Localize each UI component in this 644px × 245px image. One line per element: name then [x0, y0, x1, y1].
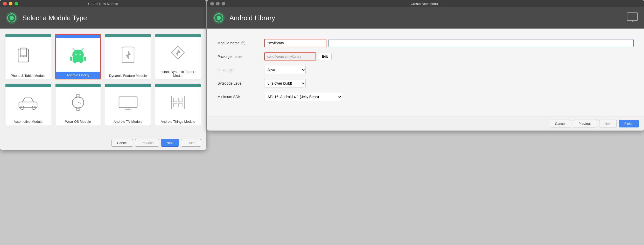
- cancel-button-right[interactable]: Cancel: [550, 120, 571, 127]
- module-name-label: Module name ?: [218, 41, 264, 45]
- card-top-bar-wear-os: [55, 84, 101, 87]
- svg-marker-20: [125, 50, 131, 59]
- bytecode-row: Bytecode Level 6 7 8 (slower build): [218, 79, 634, 87]
- maximize-button-right[interactable]: [222, 2, 225, 5]
- svg-rect-36: [179, 98, 182, 102]
- package-name-row: Package name com.florence.mylibrary Edit: [218, 52, 634, 60]
- module-label-instant-dynamic: Instant Dynamic Feature Mod...: [155, 68, 201, 79]
- module-label-android-tv: Android TV Module: [105, 118, 151, 125]
- header-title-right: Android Library: [229, 14, 275, 22]
- svg-point-2: [10, 16, 14, 20]
- header-title-left: Select a Module Type: [22, 14, 87, 22]
- svg-point-3: [11, 13, 12, 15]
- language-select[interactable]: Java Kotlin: [264, 66, 306, 74]
- next-button-left[interactable]: Next: [161, 139, 179, 147]
- svg-rect-31: [119, 97, 137, 108]
- android-things-icon: [169, 93, 187, 112]
- android-studio-icon-right: [212, 11, 225, 24]
- title-bar-left: Create New Module: [0, 0, 206, 7]
- previous-button-left[interactable]: Previous: [135, 139, 159, 147]
- close-button-left[interactable]: [3, 2, 7, 5]
- svg-marker-22: [175, 49, 180, 57]
- svg-rect-28: [76, 107, 80, 110]
- package-name-controls: com.florence.mylibrary Edit: [264, 52, 634, 60]
- module-label-android-library: Android Library: [56, 72, 100, 79]
- min-sdk-select[interactable]: API 16: Android 4.1 (Jelly Bean) API 21:…: [264, 93, 342, 101]
- svg-rect-43: [627, 13, 638, 21]
- svg-line-13: [81, 48, 83, 50]
- footer-right: Cancel Previous Next Finish: [207, 117, 644, 131]
- min-sdk-controls: API 16: Android 4.1 (Jelly Bean) API 21:…: [264, 93, 634, 101]
- minimize-button-right[interactable]: [216, 2, 220, 5]
- minimize-button-left[interactable]: [9, 2, 12, 5]
- svg-line-30: [78, 103, 81, 103]
- svg-point-10: [75, 53, 77, 55]
- card-top-bar-android-things: [155, 84, 201, 87]
- module-card-android-library[interactable]: Android Library: [55, 34, 101, 79]
- window-title-right: Create New Module: [411, 2, 440, 6]
- module-card-android-tv[interactable]: Android TV Module: [105, 84, 151, 125]
- module-card-phone-tablet[interactable]: Phone & Tablet Module: [5, 34, 51, 79]
- finish-button-left[interactable]: Finish: [181, 139, 201, 147]
- svg-rect-35: [173, 98, 177, 102]
- module-card-android-things[interactable]: Android Things Module: [155, 84, 201, 125]
- svg-rect-38: [179, 103, 182, 107]
- card-icon-area-android-library: [65, 38, 91, 72]
- form-container: Module name ? Package name com.florence.…: [207, 29, 644, 117]
- module-label-android-things: Android Things Module: [155, 118, 201, 125]
- svg-point-7: [23, 56, 24, 57]
- left-window: Create New Module Select a Module Type: [0, 0, 206, 150]
- card-icon-area-dynamic-feature: [115, 37, 141, 72]
- cancel-button-left[interactable]: Cancel: [111, 139, 133, 147]
- module-name-extra-input[interactable]: [328, 39, 634, 47]
- module-name-input[interactable]: [264, 39, 326, 47]
- phone-tablet-icon: [18, 47, 38, 63]
- module-name-help-icon[interactable]: ?: [241, 41, 245, 45]
- svg-point-11: [80, 53, 81, 55]
- svg-point-41: [217, 16, 221, 20]
- window-title-left: Create New Module: [88, 2, 118, 6]
- card-icon-area-wear-os: [65, 87, 91, 118]
- svg-rect-27: [76, 95, 80, 98]
- package-name-display: com.florence.mylibrary: [264, 52, 316, 60]
- module-card-instant-dynamic[interactable]: Instant Dynamic Feature Mod...: [155, 34, 201, 79]
- bytecode-controls: 6 7 8 (slower build): [264, 79, 634, 87]
- svg-rect-15: [70, 57, 72, 61]
- maximize-button-left[interactable]: [15, 2, 18, 5]
- bytecode-select[interactable]: 6 7 8 (slower build): [264, 79, 306, 87]
- finish-button-right[interactable]: Finish: [619, 120, 639, 127]
- close-button-right[interactable]: [210, 2, 214, 5]
- card-icon-area-android-tv: [114, 87, 143, 118]
- title-bar-right: Create New Module: [207, 0, 644, 7]
- card-icon-area-phone-tablet: [13, 37, 43, 72]
- edit-button[interactable]: Edit: [318, 53, 332, 60]
- svg-point-42: [218, 13, 220, 15]
- traffic-lights-left: [3, 2, 18, 5]
- svg-rect-14: [73, 57, 83, 62]
- automotive-icon: [18, 95, 38, 110]
- min-sdk-label: Minimum SDK: [218, 95, 264, 99]
- bytecode-label: Bytecode Level: [218, 81, 264, 85]
- previous-button-right[interactable]: Previous: [573, 120, 597, 127]
- module-label-wear-os: Wear OS Module: [55, 118, 101, 125]
- card-top-bar-android-tv: [105, 84, 151, 87]
- module-card-dynamic-feature[interactable]: Dynamic Feature Module: [105, 34, 151, 79]
- language-controls: Java Kotlin: [264, 66, 634, 74]
- dynamic-feature-icon: [119, 46, 137, 64]
- right-window: Create New Module Android Library: [207, 0, 644, 131]
- module-card-wear-os[interactable]: Wear OS Module: [55, 84, 101, 125]
- svg-rect-37: [173, 103, 177, 107]
- next-button-right[interactable]: Next: [599, 120, 617, 127]
- svg-rect-18: [80, 61, 82, 63]
- svg-rect-34: [171, 96, 184, 109]
- module-label-automotive: Automotive Module: [5, 118, 51, 125]
- android-tv-icon: [118, 95, 138, 110]
- card-icon-area-automotive: [13, 87, 43, 118]
- svg-line-12: [73, 48, 75, 50]
- svg-rect-23: [19, 102, 37, 108]
- device-icon: [626, 12, 639, 24]
- android-icon: [69, 46, 87, 64]
- card-top-bar-instant-dynamic: [155, 34, 201, 37]
- module-card-automotive[interactable]: Automotive Module: [5, 84, 51, 125]
- module-grid: Phone & Tablet Module: [5, 34, 201, 125]
